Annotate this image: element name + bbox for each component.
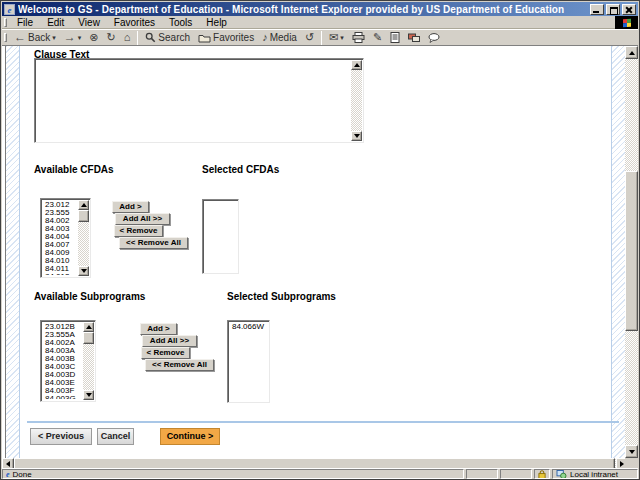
- favorites-button[interactable]: Favorites: [194, 30, 258, 45]
- restore-button[interactable]: [606, 4, 620, 15]
- triangle-down-icon: [81, 269, 87, 273]
- discuss-button[interactable]: [404, 30, 424, 45]
- print-icon: [352, 32, 365, 43]
- menu-item-favorites[interactable]: Favorites: [107, 16, 162, 29]
- available-subprograms-items: 23.012B23.555A84.002A84.003A84.003B84.00…: [43, 323, 83, 399]
- standard-toolbar: ← Back ▾ → ▾ ⊗ ↻ ⌂ Search Favorites ♪ Me…: [2, 29, 638, 46]
- scroll-down-button[interactable]: [78, 266, 89, 276]
- menu-item-view[interactable]: View: [71, 16, 107, 29]
- home-button[interactable]: ⌂: [120, 30, 135, 45]
- lock-icon: [538, 470, 546, 479]
- subprogram-remove-all-button[interactable]: << Remove All: [145, 359, 214, 371]
- back-button[interactable]: ← Back ▾: [10, 30, 60, 45]
- menu-item-edit[interactable]: Edit: [40, 16, 71, 29]
- title-bar: e Welcome to GS - Department of Educatio…: [2, 2, 638, 16]
- stop-icon: ⊗: [89, 31, 98, 44]
- status-bar: e Done Local intranet: [2, 468, 638, 478]
- messenger-bubble-icon: [428, 33, 440, 43]
- triangle-up-icon: [81, 203, 87, 207]
- history-button[interactable]: ↺: [301, 30, 318, 45]
- refresh-icon: ↻: [106, 31, 115, 44]
- close-button[interactable]: [622, 4, 636, 15]
- menubar-grip-handle[interactable]: [4, 18, 7, 27]
- toolbar-grip-handle[interactable]: [4, 33, 7, 42]
- page-left-watermark-band: [6, 46, 20, 458]
- available-subprograms-listbox[interactable]: 23.012B23.555A84.002A84.003A84.003B84.00…: [40, 320, 96, 402]
- menu-item-help[interactable]: Help: [199, 16, 234, 29]
- scroll-up-button[interactable]: [625, 46, 638, 59]
- menu-item-file[interactable]: File: [10, 16, 40, 29]
- triangle-left-icon: [6, 461, 10, 467]
- status-pane: e Done: [2, 469, 464, 479]
- document-button[interactable]: [386, 30, 404, 45]
- toolbar-separator: [137, 31, 138, 45]
- scroll-down-button[interactable]: [83, 390, 94, 400]
- media-button[interactable]: ♪ Media: [258, 30, 301, 45]
- list-item[interactable]: 84.003G: [43, 395, 83, 399]
- available-cfdas-listbox[interactable]: 23.01223.55584.00284.00384.00484.00784.0…: [40, 198, 91, 278]
- cfda-remove-all-button[interactable]: << Remove All: [119, 237, 188, 249]
- selected-cfdas-label: Selected CFDAs: [202, 164, 279, 175]
- list-item[interactable]: 84.012: [43, 273, 78, 275]
- mail-button[interactable]: ✉ ▾: [325, 30, 348, 45]
- mail-dropdown-icon[interactable]: ▾: [340, 34, 344, 42]
- forward-button[interactable]: → ▾: [60, 30, 86, 45]
- cfda-add-button[interactable]: Add >: [112, 201, 149, 213]
- cancel-button[interactable]: Cancel: [97, 428, 134, 445]
- scroll-up-button[interactable]: [351, 60, 362, 70]
- search-button[interactable]: Search: [141, 30, 194, 45]
- triangle-up-icon: [86, 325, 92, 329]
- clause-textarea[interactable]: [34, 58, 364, 143]
- menu-bar: File Edit View Favorites Tools Help: [2, 16, 638, 29]
- page-vertical-scrollbar[interactable]: [625, 46, 638, 458]
- discuss-icon: [408, 33, 420, 43]
- scrollbar-thumb[interactable]: [78, 210, 89, 222]
- back-arrow-icon: ←: [14, 31, 26, 44]
- triangle-down-icon: [354, 134, 360, 138]
- available-subprograms-scrollbar[interactable]: [83, 322, 94, 400]
- page-status-icon: e: [6, 470, 10, 479]
- ie-icon: e: [4, 4, 15, 15]
- menu-item-tools[interactable]: Tools: [162, 16, 199, 29]
- favorites-label: Favorites: [213, 32, 254, 43]
- cfda-add-all-button[interactable]: Add All >>: [115, 213, 170, 225]
- back-dropdown-icon[interactable]: ▾: [52, 34, 56, 42]
- form-separator-line: [27, 421, 619, 423]
- subprogram-add-all-button[interactable]: Add All >>: [142, 335, 197, 347]
- security-zone-pane: Local intranet: [552, 469, 638, 479]
- list-item[interactable]: 84.066W: [230, 323, 267, 331]
- triangle-down-icon: [629, 450, 635, 454]
- cfda-remove-button[interactable]: < Remove: [114, 225, 163, 237]
- available-cfdas-scrollbar[interactable]: [78, 200, 89, 276]
- subprogram-add-button[interactable]: Add >: [140, 323, 177, 335]
- browser-window: e Welcome to GS - Department of Educatio…: [0, 0, 640, 480]
- windows-flag-icon: [623, 18, 631, 27]
- scroll-down-button[interactable]: [625, 445, 638, 458]
- selected-subprograms-listbox[interactable]: 84.066W: [227, 320, 270, 403]
- print-button[interactable]: [348, 30, 369, 45]
- continue-button[interactable]: Continue >: [160, 428, 220, 445]
- clause-textarea-scrollbar[interactable]: [351, 60, 362, 141]
- favorites-folder-icon: [198, 33, 211, 43]
- scrollbar-thumb[interactable]: [83, 332, 94, 344]
- forward-dropdown-icon[interactable]: ▾: [78, 34, 82, 42]
- scroll-down-button[interactable]: [351, 131, 362, 141]
- triangle-down-icon: [86, 393, 92, 397]
- subprogram-remove-button[interactable]: < Remove: [141, 347, 190, 359]
- minimize-button[interactable]: [590, 4, 604, 15]
- refresh-button[interactable]: ↻: [102, 30, 119, 45]
- selected-cfdas-listbox[interactable]: [202, 199, 239, 274]
- scroll-up-button[interactable]: [78, 200, 89, 210]
- window-title: Welcome to GS - Department of Education …: [18, 4, 590, 15]
- previous-button[interactable]: < Previous: [30, 428, 92, 445]
- messenger-button[interactable]: [424, 30, 444, 45]
- intranet-zone-icon: [556, 470, 567, 479]
- ie-throbber-logo: [615, 16, 638, 29]
- scrollbar-thumb[interactable]: [625, 171, 638, 331]
- forward-arrow-icon: →: [64, 31, 76, 44]
- toolbar-separator: [321, 31, 322, 45]
- media-icon: ♪: [262, 31, 268, 44]
- scroll-up-button[interactable]: [83, 322, 94, 332]
- stop-button[interactable]: ⊗: [85, 30, 102, 45]
- edit-button[interactable]: ✎: [369, 30, 386, 45]
